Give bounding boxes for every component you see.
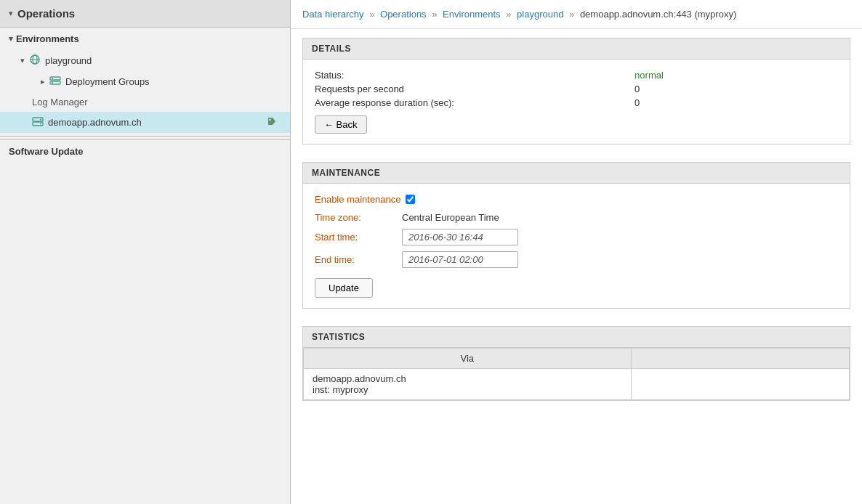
status-label: Status: (315, 70, 629, 81)
environments-label: Environments (16, 33, 79, 44)
maintenance-section-body: Enable maintenance Time zone: Central Eu… (303, 184, 850, 308)
statistics-table: Via demoapp.adnovum.ch inst: myproxy (303, 348, 850, 400)
enable-maintenance-checkbox[interactable] (406, 195, 415, 204)
breadcrumb-sep-2: » (432, 9, 437, 20)
breadcrumb: Data hierarchy » Operations » Environmen… (291, 0, 862, 29)
sidebar-item-log-manager[interactable]: Log Manager (0, 92, 290, 112)
sidebar-title: Operations (17, 7, 75, 20)
statistics-section: STATISTICS Via demoapp.adnovum.ch inst: … (302, 326, 850, 401)
stats-via-line2: inst: myproxy (313, 384, 622, 395)
statistics-section-body: Via demoapp.adnovum.ch inst: myproxy (303, 348, 850, 400)
breadcrumb-environments[interactable]: Environments (443, 9, 500, 20)
maintenance-section-header: MAINTENANCE (303, 163, 850, 184)
start-time-label: Start time: (315, 232, 402, 243)
environments-collapse-arrow: ▾ (9, 34, 13, 44)
demoapp-tag-icon (267, 116, 277, 129)
sidebar-environments-header[interactable]: ▾ Environments (0, 28, 290, 50)
sidebar-item-playground[interactable]: ▾ playground (0, 50, 290, 71)
deployment-groups-label: Deployment Groups (65, 76, 150, 87)
update-button[interactable]: Update (315, 278, 373, 298)
dg-collapse-arrow: ▸ (41, 77, 45, 86)
sidebar-collapse-arrow[interactable]: ▾ (9, 9, 13, 18)
main-content: Data hierarchy » Operations » Environmen… (291, 0, 862, 504)
svg-point-10 (40, 123, 41, 125)
statistics-section-header: STATISTICS (303, 327, 850, 348)
breadcrumb-sep-3: » (506, 9, 511, 20)
end-time-label: End time: (315, 254, 402, 265)
back-button[interactable]: ← Back (315, 115, 367, 134)
stats-col-data (631, 349, 849, 369)
stats-row: demoapp.adnovum.ch inst: myproxy (304, 369, 850, 400)
stats-data-cell (631, 369, 849, 400)
sidebar: ▾ Operations ▾ Environments ▾ playground… (0, 0, 291, 504)
log-manager-label: Log Manager (32, 97, 88, 107)
playground-env-icon (29, 54, 41, 68)
avg-response-label: Average response duration (sec): (315, 97, 629, 108)
stats-via-line1: demoapp.adnovum.ch (313, 373, 622, 384)
enable-maintenance-row: Enable maintenance (315, 194, 838, 205)
svg-point-11 (269, 119, 270, 121)
breadcrumb-operations[interactable]: Operations (380, 9, 427, 20)
breadcrumb-sep-1: » (369, 9, 374, 20)
stats-col-via: Via (304, 349, 632, 369)
timezone-value: Central European Time (402, 212, 499, 223)
sidebar-item-demoapp[interactable]: demoapp.adnovum.ch (0, 112, 290, 133)
timezone-row: Time zone: Central European Time (315, 212, 838, 223)
software-update-label: Software Update (9, 146, 84, 157)
sidebar-item-deployment-groups[interactable]: ▸ Deployment Groups (0, 71, 290, 92)
avg-response-value: 0 (635, 97, 838, 108)
enable-maintenance-label: Enable maintenance (315, 194, 401, 205)
sidebar-item-software-update[interactable]: Software Update (0, 139, 290, 163)
breadcrumb-sep-4: » (569, 9, 574, 20)
demoapp-label: demoapp.adnovum.ch (48, 117, 142, 128)
stats-via-cell: demoapp.adnovum.ch inst: myproxy (304, 369, 632, 400)
end-time-row: End time: (315, 251, 838, 268)
rps-value: 0 (635, 84, 838, 94)
breadcrumb-playground[interactable]: playground (517, 9, 563, 20)
end-time-input[interactable] (402, 251, 518, 268)
svg-point-9 (40, 119, 41, 121)
sidebar-environments-section: ▾ Environments ▾ playground ▸ (0, 28, 290, 133)
demoapp-server-icon (32, 115, 44, 129)
playground-collapse-arrow: ▾ (20, 56, 25, 65)
rps-label: Requests per second (315, 84, 629, 94)
deployment-groups-icon (49, 75, 61, 89)
svg-point-6 (52, 82, 53, 84)
start-time-row: Start time: (315, 229, 838, 245)
maintenance-section: MAINTENANCE Enable maintenance Time zone… (302, 162, 850, 309)
svg-point-5 (52, 78, 53, 79)
start-time-input[interactable] (402, 229, 518, 245)
breadcrumb-data-hierarchy[interactable]: Data hierarchy (302, 9, 364, 20)
details-grid: Status: normal Requests per second 0 Ave… (315, 70, 838, 108)
playground-label: playground (45, 55, 92, 66)
details-section-header: DETAILS (303, 38, 850, 60)
timezone-label: Time zone: (315, 212, 402, 223)
details-section: DETAILS Status: normal Requests per seco… (302, 38, 850, 145)
breadcrumb-current: demoapp.adnovum.ch:443 (myproxy) (580, 9, 736, 20)
status-value: normal (635, 70, 838, 81)
sidebar-header[interactable]: ▾ Operations (0, 0, 290, 28)
details-section-body: Status: normal Requests per second 0 Ave… (303, 60, 850, 144)
